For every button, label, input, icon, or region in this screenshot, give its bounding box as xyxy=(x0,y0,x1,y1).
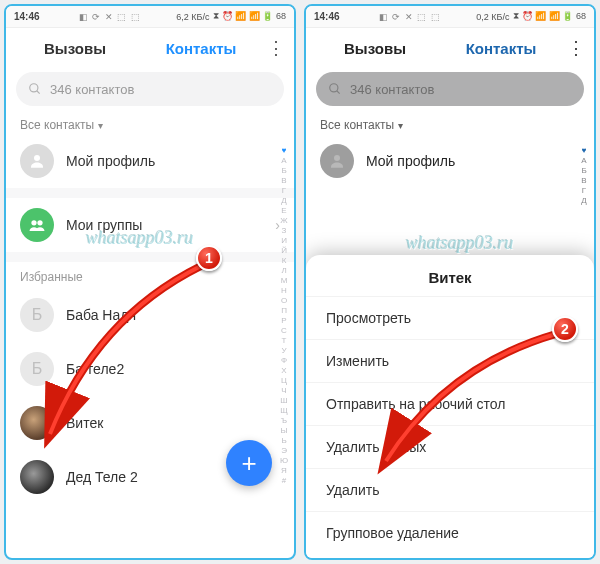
alpha-letter[interactable]: О xyxy=(281,296,287,306)
alpha-index[interactable]: ♥АБВГДЕЖЗИЙКЛМНОПРСТУФХЦЧШЩЪЫЬЭЮЯ# xyxy=(278,146,290,538)
row-my-groups[interactable]: Мои группы › xyxy=(6,198,294,252)
group-icon xyxy=(20,208,54,242)
svg-point-7 xyxy=(334,155,340,161)
search-icon xyxy=(328,82,342,96)
alpha-letter[interactable]: Ь xyxy=(281,436,286,446)
alpha-letter[interactable]: В xyxy=(281,176,286,186)
alpha-letter[interactable]: С xyxy=(281,326,287,336)
search-input[interactable]: 346 контактов xyxy=(16,72,284,106)
tab-calls[interactable]: Вызовы xyxy=(12,40,138,57)
alpha-letter[interactable]: Ч xyxy=(281,386,286,396)
alpha-letter[interactable]: Я xyxy=(281,466,287,476)
alpha-letter[interactable]: Е xyxy=(281,206,286,216)
alpha-letter[interactable]: Х xyxy=(281,366,286,376)
row-my-profile[interactable]: Мой профиль xyxy=(306,134,594,188)
alpha-letter[interactable]: У xyxy=(281,346,286,356)
alpha-letter[interactable]: Щ xyxy=(280,406,288,416)
status-icons-left: ◧ ⟳ ✕ ⬚ ⬚ xyxy=(44,12,177,22)
search-input[interactable]: 346 контактов xyxy=(316,72,584,106)
status-time: 14:46 xyxy=(14,11,40,22)
svg-line-1 xyxy=(37,91,40,94)
search-placeholder: 346 контактов xyxy=(350,82,434,97)
row-label: Мой профиль xyxy=(366,153,580,169)
search-icon xyxy=(28,82,42,96)
svg-point-0 xyxy=(30,84,38,92)
alpha-letter[interactable]: В xyxy=(581,176,586,186)
alpha-letter[interactable]: # xyxy=(282,476,286,486)
alpha-letter[interactable]: Ц xyxy=(281,376,287,386)
alpha-letter[interactable]: Р xyxy=(281,316,286,326)
status-net: 6,2 КБ/с xyxy=(176,12,209,22)
svg-point-5 xyxy=(330,84,338,92)
callout-badge-2: 2 xyxy=(552,316,578,342)
menu-kebab-icon[interactable]: ⋮ xyxy=(264,39,288,57)
chevron-down-icon: ▾ xyxy=(398,120,403,131)
alpha-letter[interactable]: Й xyxy=(281,246,287,256)
phone-screen-1: 14:46 ◧ ⟳ ✕ ⬚ ⬚ 6,2 КБ/с ⧗ ⏰ 📶 📶 🔋 68 Вы… xyxy=(4,4,296,560)
avatar-photo xyxy=(20,460,54,494)
alpha-letter[interactable]: Ф xyxy=(281,356,287,366)
chevron-down-icon: ▾ xyxy=(98,120,103,131)
status-net: 0,2 КБ/с xyxy=(476,12,509,22)
alpha-letter[interactable]: З xyxy=(282,226,287,236)
arrow-annotation-2 xyxy=(376,326,576,486)
fab-add-contact[interactable]: + xyxy=(226,440,272,486)
row-my-profile[interactable]: Мой профиль xyxy=(6,134,294,188)
status-icons-right: ⧗ ⏰ 📶 📶 🔋 68 xyxy=(213,11,286,22)
alpha-letter[interactable]: Ж xyxy=(280,216,287,226)
alpha-letter[interactable]: К xyxy=(282,256,287,266)
contacts-filter[interactable]: Все контакты ▾ xyxy=(6,110,294,134)
tabs: Вызовы Контакты ⋮ xyxy=(306,28,594,68)
status-icons-left: ◧ ⟳ ✕ ⬚ ⬚ xyxy=(344,12,477,22)
alpha-letter[interactable]: Т xyxy=(282,336,287,346)
tab-contacts[interactable]: Контакты xyxy=(138,40,264,57)
alpha-letter[interactable]: Э xyxy=(281,446,287,456)
avatar-placeholder-icon xyxy=(20,144,54,178)
alpha-letter[interactable]: Г xyxy=(582,186,586,196)
alpha-letter[interactable]: Г xyxy=(282,186,286,196)
sheet-option-group-delete[interactable]: Групповое удаление xyxy=(306,511,594,554)
alpha-letter[interactable]: А xyxy=(281,156,286,166)
alpha-letter[interactable]: Ъ xyxy=(281,416,287,426)
tab-contacts[interactable]: Контакты xyxy=(438,40,564,57)
row-label: Мой профиль xyxy=(66,153,280,169)
svg-point-2 xyxy=(34,155,40,161)
alpha-letter[interactable]: ♥ xyxy=(282,146,287,156)
alpha-letter[interactable]: А xyxy=(581,156,586,166)
alpha-letter[interactable]: Д xyxy=(581,196,586,206)
plus-icon: + xyxy=(241,448,256,479)
alpha-letter[interactable]: Ю xyxy=(280,456,288,466)
svg-point-3 xyxy=(31,220,36,225)
alpha-letter[interactable]: Ш xyxy=(280,396,287,406)
status-bar: 14:46 ◧ ⟳ ✕ ⬚ ⬚ 0,2 КБ/с ⧗ ⏰ 📶 📶 🔋 68 xyxy=(306,6,594,28)
alpha-letter[interactable]: П xyxy=(281,306,287,316)
phone-screen-2: 14:46 ◧ ⟳ ✕ ⬚ ⬚ 0,2 КБ/с ⧗ ⏰ 📶 📶 🔋 68 Вы… xyxy=(304,4,596,560)
callout-badge-1: 1 xyxy=(196,245,222,271)
alpha-letter[interactable]: Б xyxy=(581,166,586,176)
alpha-letter[interactable]: И xyxy=(281,236,287,246)
alpha-letter[interactable]: Б xyxy=(281,166,286,176)
tabs: Вызовы Контакты ⋮ xyxy=(6,28,294,68)
alpha-letter[interactable]: Н xyxy=(281,286,287,296)
svg-point-4 xyxy=(37,220,42,225)
status-time: 14:46 xyxy=(314,11,340,22)
search-placeholder: 346 контактов xyxy=(50,82,134,97)
alpha-letter[interactable]: Л xyxy=(281,266,286,276)
alpha-letter[interactable]: ♥ xyxy=(582,146,587,156)
tab-calls[interactable]: Вызовы xyxy=(312,40,438,57)
status-icons-right: ⧗ ⏰ 📶 📶 🔋 68 xyxy=(513,11,586,22)
arrow-annotation-1 xyxy=(36,258,216,458)
status-bar: 14:46 ◧ ⟳ ✕ ⬚ ⬚ 6,2 КБ/с ⧗ ⏰ 📶 📶 🔋 68 xyxy=(6,6,294,28)
contacts-filter[interactable]: Все контакты ▾ xyxy=(306,110,594,134)
row-label: Мои группы xyxy=(66,217,263,233)
svg-line-6 xyxy=(337,91,340,94)
sheet-title: Витек xyxy=(306,269,594,286)
menu-kebab-icon[interactable]: ⋮ xyxy=(564,39,588,57)
alpha-letter[interactable]: М xyxy=(281,276,288,286)
avatar-placeholder-icon xyxy=(320,144,354,178)
alpha-letter[interactable]: Д xyxy=(281,196,286,206)
alpha-letter[interactable]: Ы xyxy=(280,426,287,436)
